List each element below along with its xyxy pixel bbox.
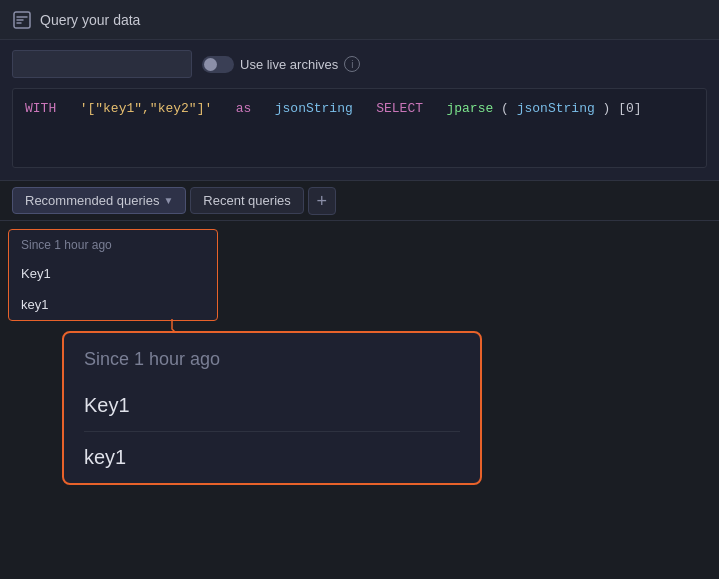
- query-input-bar[interactable]: [12, 50, 192, 78]
- bracket-index: [0]: [618, 101, 641, 116]
- small-dropdown-header: Since 1 hour ago: [9, 230, 217, 258]
- paren-open: (: [501, 101, 509, 116]
- string-value: '["key1","key2"]': [80, 101, 213, 116]
- query-editor-area: Use live archives i WITH '["key1","key2"…: [0, 40, 719, 181]
- large-popup: Since 1 hour ago Key1 key1: [62, 331, 482, 485]
- func-jparse: jparse: [446, 101, 493, 116]
- editor-toolbar: Use live archives i: [12, 50, 707, 78]
- toggle-knob: [204, 58, 217, 71]
- paren-close: ): [603, 101, 611, 116]
- lower-panel: Since 1 hour ago Key1 key1 Since 1 hour …: [0, 221, 719, 579]
- toggle-container: Use live archives i: [202, 56, 360, 73]
- add-tab-button[interactable]: +: [308, 187, 336, 215]
- keyword-with: WITH: [25, 101, 56, 116]
- large-popup-item-1[interactable]: key1: [64, 432, 480, 483]
- large-popup-item-0[interactable]: Key1: [64, 380, 480, 431]
- keyword-select: SELECT: [376, 101, 423, 116]
- tab-recommended[interactable]: Recommended queries ▼: [12, 187, 186, 214]
- chevron-down-icon: ▼: [163, 195, 173, 206]
- code-editor[interactable]: WITH '["key1","key2"]' as jsonString SEL…: [12, 88, 707, 168]
- tabs-bar: Recommended queries ▼ Recent queries +: [0, 181, 719, 221]
- tab-recent-label: Recent queries: [203, 193, 290, 208]
- page-title: Query your data: [40, 12, 140, 28]
- large-popup-header: Since 1 hour ago: [64, 333, 480, 380]
- small-dropdown: Since 1 hour ago Key1 key1: [8, 229, 218, 321]
- info-icon[interactable]: i: [344, 56, 360, 72]
- tab-recommended-label: Recommended queries: [25, 193, 159, 208]
- main-content: Use live archives i WITH '["key1","key2"…: [0, 40, 719, 579]
- query-icon: [12, 10, 32, 30]
- toggle-label: Use live archives: [240, 57, 338, 72]
- keyword-as: as: [236, 101, 252, 116]
- top-bar: Query your data: [0, 0, 719, 40]
- var-jsonstring: jsonString: [275, 101, 353, 116]
- tab-recent[interactable]: Recent queries: [190, 187, 303, 214]
- small-dropdown-item-0[interactable]: Key1: [9, 258, 217, 289]
- func-arg: jsonString: [517, 101, 595, 116]
- small-dropdown-item-1[interactable]: key1: [9, 289, 217, 320]
- code-line: WITH '["key1","key2"]' as jsonString SEL…: [25, 99, 694, 120]
- live-archives-toggle[interactable]: [202, 56, 234, 73]
